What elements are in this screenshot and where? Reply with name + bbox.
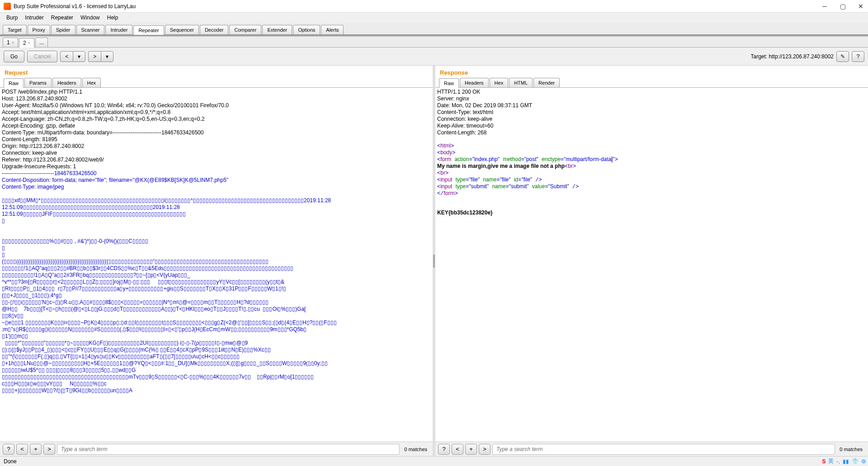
response-matches: 0 matches xyxy=(837,447,865,452)
close-button[interactable]: ✕ xyxy=(857,3,864,10)
tray-icon[interactable]: 👕 xyxy=(852,458,859,465)
menubar: Burp Intruder Repeater Window Help xyxy=(0,13,868,23)
response-editor[interactable]: HTTP/1.1 200 OK Server: nginx Date: Mon,… xyxy=(435,88,868,442)
go-button[interactable]: Go xyxy=(4,51,24,62)
tray-icon[interactable]: ⚙ xyxy=(861,458,866,465)
response-tab-html[interactable]: HTML xyxy=(509,78,533,87)
search-prev-button[interactable]: < xyxy=(452,444,463,455)
request-tab-raw[interactable]: Raw xyxy=(4,78,24,88)
request-search-input[interactable] xyxy=(57,444,400,455)
close-icon[interactable]: × xyxy=(12,40,14,45)
tab-repeater[interactable]: Repeater xyxy=(133,25,164,35)
tab-options[interactable]: Options xyxy=(293,25,320,34)
request-viewtabs: Raw Params Headers Hex xyxy=(0,78,433,88)
tab-alerts[interactable]: Alerts xyxy=(321,25,344,34)
tab-target[interactable]: Target xyxy=(3,25,27,34)
history-next-dropdown[interactable]: ▾ xyxy=(101,51,113,62)
tab-decoder[interactable]: Decoder xyxy=(200,25,229,34)
response-search-input[interactable] xyxy=(492,444,835,455)
tab-sequencer[interactable]: Sequencer xyxy=(165,25,199,34)
edit-target-button[interactable]: ✎ xyxy=(836,51,849,62)
system-tray: S 英 ◦, ▮▮ 👕 ⚙ xyxy=(822,457,866,465)
request-tab-params[interactable]: Params xyxy=(24,78,52,87)
search-add-button[interactable]: + xyxy=(465,444,477,455)
history-next-button[interactable]: > xyxy=(88,51,101,62)
response-tab-hex[interactable]: Hex xyxy=(490,78,509,87)
tray-icon[interactable]: S xyxy=(822,458,826,465)
response-viewtabs: Raw Headers Hex HTML Render xyxy=(435,78,868,88)
repeater-toolbar: Go Cancel < ▾ > ▾ Target: http://123.206… xyxy=(0,48,868,66)
main-tabs: Target Proxy Spider Scanner Intruder Rep… xyxy=(0,23,868,35)
menu-burp[interactable]: Burp xyxy=(3,13,21,22)
minimize-button[interactable]: ─ xyxy=(821,3,828,10)
menu-window[interactable]: Window xyxy=(77,13,104,22)
repeater-subtabs: 1× 2× ... xyxy=(0,37,868,48)
request-editor[interactable]: POST /web9/index.php HTTP/1.1 Host: 123.… xyxy=(0,88,433,442)
search-next-button[interactable]: > xyxy=(479,444,491,455)
menu-help[interactable]: Help xyxy=(104,13,122,22)
tab-spider[interactable]: Spider xyxy=(51,25,75,34)
response-tab-render[interactable]: Render xyxy=(533,78,560,87)
subtab-more[interactable]: ... xyxy=(35,38,48,47)
window-title: Burp Suite Professional v1.6 - licensed … xyxy=(14,3,821,10)
help-button[interactable]: ? xyxy=(852,51,864,62)
subtab-1[interactable]: 1× xyxy=(3,38,18,47)
request-tab-hex[interactable]: Hex xyxy=(82,78,101,87)
subtab-2[interactable]: 2× xyxy=(19,38,34,48)
history-prev-dropdown[interactable]: ▾ xyxy=(73,51,85,62)
response-tab-headers[interactable]: Headers xyxy=(460,78,489,87)
history-prev-button[interactable]: < xyxy=(60,51,73,62)
menu-repeater[interactable]: Repeater xyxy=(47,13,77,22)
request-matches: 0 matches xyxy=(401,447,430,452)
request-title: Request xyxy=(0,66,433,78)
tab-intruder[interactable]: Intruder xyxy=(105,25,132,34)
request-pane: Request Raw Params Headers Hex POST /web… xyxy=(0,66,433,456)
response-title: Response xyxy=(435,66,868,78)
tab-comparer[interactable]: Comparer xyxy=(229,25,261,34)
menu-intruder[interactable]: Intruder xyxy=(21,13,47,22)
response-pane: Response Raw Headers Hex HTML Render HTT… xyxy=(435,66,868,456)
app-icon xyxy=(4,3,11,10)
request-tab-headers[interactable]: Headers xyxy=(52,78,81,87)
maximize-button[interactable]: ▢ xyxy=(839,3,846,10)
tray-icon[interactable]: 英 xyxy=(828,457,834,465)
search-prev-button[interactable]: < xyxy=(16,444,28,455)
tray-icon[interactable]: ◦, xyxy=(836,458,840,465)
response-searchbar: ? < + > 0 matches xyxy=(435,442,868,456)
search-add-button[interactable]: + xyxy=(30,444,42,455)
search-help-button[interactable]: ? xyxy=(438,444,450,455)
search-next-button[interactable]: > xyxy=(43,444,55,455)
status-text: Done xyxy=(4,458,17,465)
tab-proxy[interactable]: Proxy xyxy=(28,25,50,34)
close-icon[interactable]: × xyxy=(28,41,30,45)
editor-panes: Request Raw Params Headers Hex POST /web… xyxy=(0,66,868,456)
cancel-button[interactable]: Cancel xyxy=(27,51,57,62)
target-label: Target: http://123.206.87.240:8002 xyxy=(751,53,834,60)
tray-icon[interactable]: ▮▮ xyxy=(843,458,849,465)
search-help-button[interactable]: ? xyxy=(3,444,14,455)
response-tab-raw[interactable]: Raw xyxy=(439,78,459,88)
tab-scanner[interactable]: Scanner xyxy=(76,25,105,34)
statusbar: Done xyxy=(0,456,868,466)
request-searchbar: ? < + > 0 matches xyxy=(0,442,433,456)
tab-extender[interactable]: Extender xyxy=(262,25,292,34)
titlebar: Burp Suite Professional v1.6 - licensed … xyxy=(0,0,868,13)
